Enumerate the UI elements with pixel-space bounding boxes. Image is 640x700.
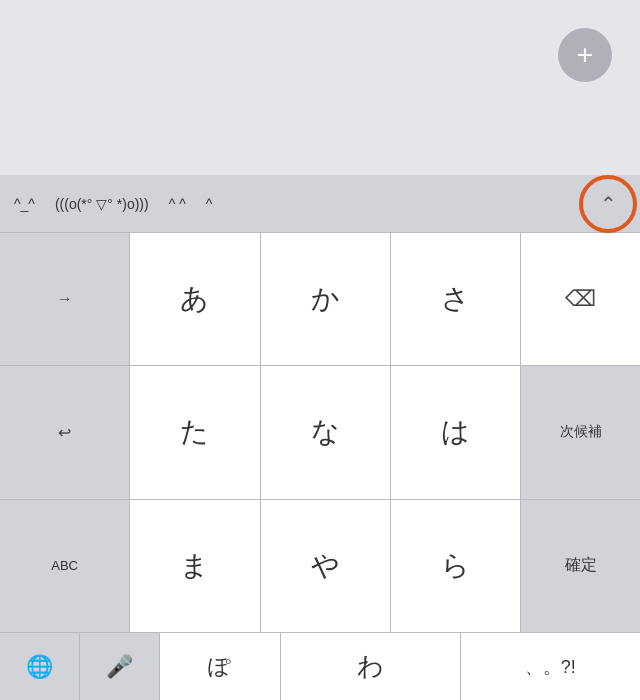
topbar-items: ^_^ (((o(*° ▽° *)o))) ^ ^ ^ [0,192,576,216]
next-candidate-key[interactable]: 次候補 [521,366,640,499]
wa-key[interactable]: わ [281,633,461,700]
small-po-key[interactable]: ぽ [160,633,281,700]
keyboard-bottom-row: 🌐 🎤 ぽ わ 、。?! [0,632,640,700]
key-ka[interactable]: か [261,233,391,365]
globe-icon: 🌐 [26,654,53,680]
next-candidate-label: 次候補 [560,423,602,441]
keyboard-row-1: → あ か さ [0,233,520,366]
topbar-row: ^_^ (((o(*° ▽° *)o))) ^ ^ ^ ⌃ [0,175,640,233]
top-area: + [0,0,640,175]
small-po-label: ぽ [208,652,231,682]
confirm-key[interactable]: 確定 [521,500,640,632]
topbar-item-4[interactable]: ^ [200,192,219,216]
backspace-key[interactable]: ⌫ [521,233,640,366]
key-sa[interactable]: さ [391,233,520,365]
keyboard-row-3: ABC ま や ら [0,500,520,632]
punct-label: 、。?! [525,655,576,679]
keyboard-right-col: ⌫ 次候補 確定 [520,233,640,632]
keyboard-row-2: ↩ た な は [0,366,520,499]
key-a[interactable]: あ [130,233,260,365]
key-ta[interactable]: た [130,366,260,498]
chevron-up-icon: ⌃ [600,192,617,216]
key-ha[interactable]: は [391,366,520,498]
mic-icon: 🎤 [106,654,133,680]
globe-key[interactable]: 🌐 [0,633,80,700]
backspace-icon: ⌫ [565,286,596,312]
mic-key[interactable]: 🎤 [80,633,160,700]
topbar-item-3[interactable]: ^ ^ [163,192,192,216]
key-na[interactable]: な [261,366,391,498]
keyboard-body: → あ か さ ↩ た な は ABC ま や ら ⌫ [0,233,640,632]
undo-key[interactable]: ↩ [0,366,130,498]
key-ra[interactable]: ら [391,500,520,632]
abc-key[interactable]: ABC [0,500,130,632]
key-ya[interactable]: や [261,500,391,632]
keyboard-main-grid: → あ か さ ↩ た な は ABC ま や ら [0,233,520,632]
confirm-label: 確定 [565,555,597,576]
add-button[interactable]: + [558,28,612,82]
keyboard: ^_^ (((o(*° ▽° *)o))) ^ ^ ^ ⌃ → あ か さ ↩ … [0,175,640,700]
punct-key[interactable]: 、。?! [461,633,640,700]
topbar-item-2[interactable]: (((o(*° ▽° *)o))) [49,192,155,216]
keyboard-hide-button[interactable]: ⌃ [576,175,640,233]
topbar-item-1[interactable]: ^_^ [8,192,41,216]
arrow-right-key[interactable]: → [0,233,130,365]
wa-label: わ [357,649,384,684]
key-ma[interactable]: ま [130,500,260,632]
